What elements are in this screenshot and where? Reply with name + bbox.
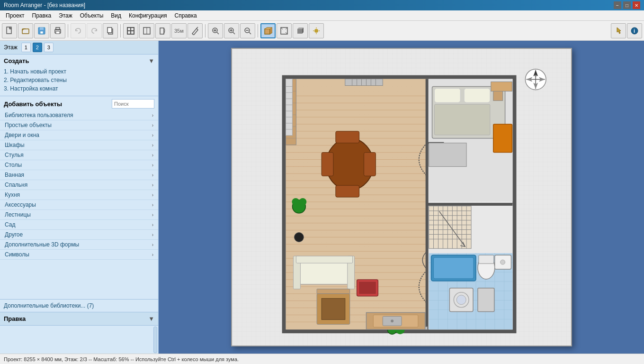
svg-rect-95 bbox=[364, 153, 376, 176]
new-button[interactable] bbox=[2, 23, 17, 38]
toolbar: 35м i bbox=[0, 21, 644, 41]
svg-rect-94 bbox=[322, 153, 333, 176]
wardrobes[interactable]: Шкафы› bbox=[0, 140, 158, 150]
title-bar: Room Arranger - [без названия] − □ ✕ bbox=[0, 0, 644, 10]
accessories[interactable]: Аксессуары› bbox=[0, 200, 158, 210]
garden[interactable]: Сад› bbox=[0, 220, 158, 230]
svg-point-114 bbox=[292, 198, 299, 206]
walls-button[interactable] bbox=[123, 23, 138, 38]
zoom-out-button[interactable] bbox=[240, 23, 255, 38]
open-button[interactable] bbox=[18, 23, 33, 38]
measure-button[interactable]: 35м bbox=[171, 23, 187, 38]
svg-rect-130 bbox=[434, 88, 460, 102]
svg-rect-138 bbox=[429, 206, 471, 248]
menu-floor[interactable]: Этаж bbox=[55, 11, 76, 20]
search-input[interactable] bbox=[112, 99, 154, 109]
floor-tab-1[interactable]: 1 bbox=[21, 43, 31, 52]
save-button[interactable] bbox=[34, 23, 49, 38]
floor-tab-2[interactable]: 2 bbox=[33, 43, 42, 52]
floor-tab-3[interactable]: 3 bbox=[44, 43, 54, 52]
svg-rect-5 bbox=[40, 27, 44, 30]
create-toggle-icon[interactable]: ▼ bbox=[148, 57, 154, 64]
simple-objects[interactable]: Простые объекты› bbox=[0, 120, 158, 130]
print-button[interactable] bbox=[50, 23, 65, 38]
canvas-area[interactable]: Boiler N bbox=[159, 41, 644, 354]
symbols[interactable]: Символы› bbox=[0, 250, 158, 260]
zoom-fit-button[interactable] bbox=[208, 23, 223, 38]
3d-box-button[interactable] bbox=[260, 23, 276, 38]
step-3[interactable]: 3. Настройка комнат bbox=[4, 84, 154, 93]
step-1[interactable]: 1. Начать новый проект bbox=[4, 67, 154, 76]
edit-section: Правка ▼ bbox=[0, 312, 158, 325]
pointer-button[interactable] bbox=[611, 23, 626, 38]
menu-help[interactable]: Справка bbox=[171, 11, 201, 20]
additional-libraries[interactable]: Дополнительные библиотеки... (7) bbox=[0, 299, 158, 312]
svg-rect-11 bbox=[107, 27, 112, 33]
left-panel: Этаж 1 2 3 Создать ▼ 1. Начать новый про… bbox=[0, 41, 159, 354]
menu-edit[interactable]: Правка bbox=[28, 11, 55, 20]
svg-rect-17 bbox=[160, 28, 164, 34]
other[interactable]: Другое› bbox=[0, 230, 158, 240]
svg-rect-121 bbox=[317, 289, 350, 294]
svg-line-29 bbox=[249, 32, 251, 34]
menu-objects[interactable]: Объекты bbox=[76, 11, 107, 20]
stairs[interactable]: Лестницы› bbox=[0, 210, 158, 220]
svg-rect-132 bbox=[434, 104, 490, 135]
3d-view-button[interactable] bbox=[277, 23, 292, 38]
edit-toggle-icon[interactable]: ▼ bbox=[148, 315, 154, 322]
kitchen[interactable]: Кухня› bbox=[0, 190, 158, 200]
menu-project[interactable]: Проект bbox=[2, 11, 28, 20]
info-button[interactable]: i bbox=[627, 23, 642, 38]
minimize-button[interactable]: − bbox=[614, 1, 621, 9]
svg-rect-135 bbox=[491, 82, 512, 91]
svg-line-25 bbox=[233, 32, 235, 34]
status-bar: Проект: 8255 × 8400 мм, Этаж: 2/3 -- Мас… bbox=[0, 354, 644, 364]
chairs[interactable]: Стулья› bbox=[0, 150, 158, 160]
svg-point-116 bbox=[294, 233, 304, 242]
svg-rect-86 bbox=[345, 79, 382, 86]
svg-rect-36 bbox=[297, 29, 302, 34]
tables[interactable]: Столы› bbox=[0, 160, 158, 170]
svg-rect-9 bbox=[56, 31, 60, 34]
svg-text:35м: 35м bbox=[174, 28, 184, 34]
edit-scrollbar[interactable] bbox=[153, 327, 157, 353]
sep-4 bbox=[258, 24, 258, 37]
create-section: Создать ▼ 1. Начать новый проект 2. Реда… bbox=[0, 55, 158, 96]
maximize-button[interactable]: □ bbox=[623, 1, 631, 9]
bedroom[interactable]: Спальня› bbox=[0, 180, 158, 190]
svg-rect-136 bbox=[493, 124, 512, 153]
3d-forms[interactable]: Дополнительные 3D формы› bbox=[0, 240, 158, 250]
library-user[interactable]: Библиотека пользователя› bbox=[0, 110, 158, 120]
svg-rect-120 bbox=[296, 256, 352, 263]
bathroom[interactable]: Ванная› bbox=[0, 170, 158, 180]
svg-point-37 bbox=[314, 29, 318, 33]
svg-rect-8 bbox=[56, 27, 60, 30]
svg-rect-14 bbox=[130, 27, 131, 34]
render-button[interactable] bbox=[309, 23, 324, 38]
sep-3 bbox=[205, 24, 206, 37]
undo-button[interactable] bbox=[71, 23, 86, 38]
object-list: Библиотека пользователя› Простые объекты… bbox=[0, 110, 158, 299]
room-button[interactable] bbox=[139, 23, 154, 38]
draw-button[interactable] bbox=[188, 23, 203, 38]
step-2[interactable]: 2. Редактировать стены bbox=[4, 76, 154, 84]
close-button[interactable]: ✕ bbox=[633, 1, 640, 9]
svg-rect-125 bbox=[359, 282, 376, 294]
menu-view[interactable]: Вид bbox=[107, 11, 125, 20]
svg-rect-123 bbox=[322, 299, 345, 320]
floor-label: Этаж bbox=[4, 44, 18, 51]
svg-rect-181 bbox=[477, 288, 494, 312]
doors-windows[interactable]: Двери и окна› bbox=[0, 130, 158, 140]
redo-button[interactable] bbox=[87, 23, 102, 38]
svg-rect-6 bbox=[40, 31, 43, 34]
copy-button[interactable] bbox=[103, 23, 118, 38]
create-header: Создать ▼ bbox=[4, 57, 154, 64]
zoom-in-button[interactable] bbox=[224, 23, 239, 38]
svg-rect-96 bbox=[335, 131, 359, 143]
svg-text:i: i bbox=[634, 28, 635, 34]
svg-point-185 bbox=[391, 319, 394, 322]
door-button[interactable] bbox=[155, 23, 170, 38]
menu-config[interactable]: Конфигурация bbox=[125, 11, 171, 20]
main-layout: Этаж 1 2 3 Создать ▼ 1. Начать новый про… bbox=[0, 41, 644, 354]
3d-solid-button[interactable] bbox=[293, 23, 308, 38]
